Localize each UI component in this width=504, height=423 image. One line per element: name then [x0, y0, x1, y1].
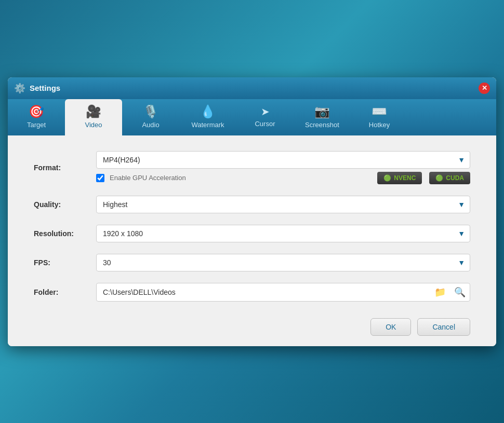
tab-video-label: Video: [85, 121, 102, 129]
fps-select-wrapper: 30 60 24 15 ▼: [96, 254, 470, 271]
dialog-title: Settings: [30, 84, 479, 92]
quality-select[interactable]: Highest High Medium Low: [96, 196, 470, 213]
title-bar: ⚙️ Settings ✕: [8, 77, 496, 99]
resolution-select[interactable]: 1920 x 1080 1280 x 720 854 x 480: [96, 225, 470, 242]
resolution-label: Resolution:: [34, 229, 96, 238]
audio-icon: 🎙️: [143, 104, 158, 119]
format-row: Format: MP4(H264) AVI MOV WMV FLV ▼ Enab…: [34, 151, 470, 184]
tab-watermark-label: Watermark: [191, 121, 224, 129]
cancel-button[interactable]: Cancel: [417, 318, 470, 336]
folder-label: Folder:: [34, 288, 96, 296]
cursor-icon: ➤: [261, 105, 270, 118]
gpu-acceleration-checkbox[interactable]: [96, 174, 104, 182]
format-select-wrapper: MP4(H264) AVI MOV WMV FLV ▼: [96, 151, 470, 169]
gpu-row: Enable GPU Acceleration 🟢 NVENC 🟢 CUDA: [96, 172, 470, 184]
screenshot-icon: 📷: [314, 104, 330, 119]
resolution-row: Resolution: 1920 x 1080 1280 x 720 854 x…: [34, 225, 470, 242]
cuda-button[interactable]: 🟢 CUDA: [429, 172, 470, 184]
folder-search-button[interactable]: 🔍: [450, 283, 470, 301]
fps-select[interactable]: 30 60 24 15: [96, 254, 470, 271]
gpu-label: Enable GPU Acceleration: [110, 174, 186, 182]
tab-screenshot[interactable]: 📷 Screenshot: [294, 99, 351, 135]
cuda-label: CUDA: [446, 174, 464, 182]
quality-row: Quality: Highest High Medium Low ▼: [34, 196, 470, 213]
fps-label: FPS:: [34, 258, 96, 267]
settings-content: Format: MP4(H264) AVI MOV WMV FLV ▼ Enab…: [8, 135, 496, 346]
quality-label: Quality:: [34, 200, 96, 209]
tab-target[interactable]: 🎯 Target: [8, 99, 65, 135]
folder-open-button[interactable]: 📁: [430, 283, 450, 301]
tab-hotkey[interactable]: ⌨️ Hotkey: [351, 99, 408, 135]
quality-select-wrapper: Highest High Medium Low ▼: [96, 196, 470, 213]
folder-row: Folder: 📁 🔍: [34, 283, 470, 302]
tab-bar: 🎯 Target 🎥 Video 🎙️ Audio 💧 Watermark ➤ …: [8, 99, 496, 135]
resolution-select-wrapper: 1920 x 1080 1280 x 720 854 x 480 ▼: [96, 225, 470, 242]
tab-video[interactable]: 🎥 Video: [65, 99, 122, 135]
format-group: MP4(H264) AVI MOV WMV FLV ▼ Enable GPU A…: [96, 151, 470, 184]
format-label: Format:: [34, 163, 96, 172]
tab-audio-label: Audio: [142, 121, 159, 129]
settings-icon: ⚙️: [14, 83, 25, 94]
format-select[interactable]: MP4(H264) AVI MOV WMV FLV: [96, 151, 470, 169]
folder-input[interactable]: [97, 284, 430, 301]
hotkey-icon: ⌨️: [372, 104, 387, 119]
settings-dialog: ⚙️ Settings ✕ 🎯 Target 🎥 Video 🎙️ Audio …: [8, 77, 496, 346]
cuda-logo-icon: 🟢: [435, 174, 443, 182]
watermark-icon: 💧: [200, 104, 216, 119]
nvenc-label: NVENC: [394, 174, 416, 182]
nvenc-logo-icon: 🟢: [383, 174, 391, 182]
tab-screenshot-label: Screenshot: [305, 121, 339, 129]
nvenc-button[interactable]: 🟢 NVENC: [377, 172, 422, 184]
folder-input-group: 📁 🔍: [96, 283, 470, 302]
fps-row: FPS: 30 60 24 15 ▼: [34, 254, 470, 271]
close-button[interactable]: ✕: [479, 83, 490, 94]
target-icon: 🎯: [29, 104, 44, 119]
ok-button[interactable]: OK: [370, 318, 411, 336]
tab-cursor[interactable]: ➤ Cursor: [236, 99, 294, 135]
tab-cursor-label: Cursor: [255, 120, 275, 128]
dialog-buttons: OK Cancel: [34, 313, 470, 336]
tab-audio[interactable]: 🎙️ Audio: [122, 99, 179, 135]
tab-target-label: Target: [27, 121, 46, 129]
tab-watermark[interactable]: 💧 Watermark: [179, 99, 236, 135]
video-icon: 🎥: [86, 104, 101, 119]
tab-hotkey-label: Hotkey: [369, 121, 390, 129]
